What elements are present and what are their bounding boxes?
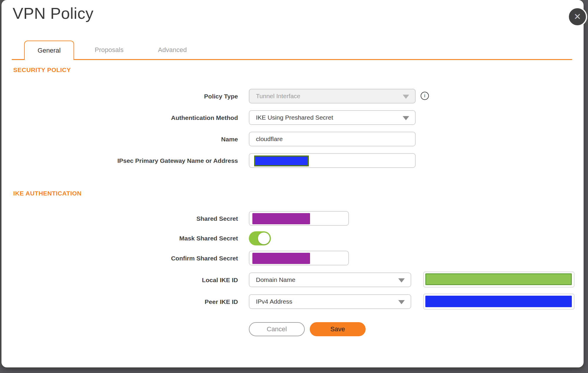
redacted-local-ike-id-value: [425, 273, 572, 285]
mask-shared-secret-label: Mask Shared Secret: [1, 235, 238, 242]
confirm-shared-secret-label: Confirm Shared Secret: [1, 255, 238, 262]
tab-proposals[interactable]: Proposals: [83, 41, 136, 59]
chevron-down-icon: [403, 95, 409, 99]
cancel-button[interactable]: Cancel: [249, 322, 305, 336]
peer-ike-id-value-input[interactable]: [423, 294, 574, 310]
chevron-down-icon: [398, 300, 405, 304]
policy-type-label: Policy Type: [1, 93, 238, 100]
policy-type-select[interactable]: Tunnel Interface: [249, 89, 416, 103]
peer-ike-id-type-value: IPv4 Address: [256, 298, 292, 305]
dialog-title: VPN Policy: [13, 4, 94, 22]
mask-shared-secret-toggle[interactable]: [249, 231, 271, 245]
shared-secret-label: Shared Secret: [1, 215, 238, 222]
vpn-policy-dialog: VPN Policy ✕ General Proposals Advanced …: [1, 0, 584, 367]
authentication-method-label: Authentication Method: [1, 114, 238, 121]
authentication-method-value: IKE Using Preshared Secret: [256, 114, 333, 121]
confirm-shared-secret-input[interactable]: [249, 251, 349, 265]
local-ike-id-type-value: Domain Name: [256, 276, 295, 283]
local-ike-id-value-input[interactable]: [423, 272, 574, 287]
screen-backdrop: VPN Policy ✕ General Proposals Advanced …: [0, 0, 588, 373]
shared-secret-input[interactable]: [249, 211, 349, 226]
name-label: Name: [1, 136, 238, 143]
redacted-peer-ike-id-value: [425, 296, 572, 307]
tab-general[interactable]: General: [24, 41, 74, 60]
tabs-underline: [12, 59, 572, 60]
redacted-confirm-shared-secret: [252, 253, 310, 264]
authentication-method-select[interactable]: IKE Using Preshared Secret: [249, 110, 416, 125]
redacted-shared-secret: [252, 213, 310, 224]
toggle-knob: [258, 233, 270, 244]
gateway-label: IPsec Primary Gateway Name or Address: [1, 157, 238, 164]
gateway-input[interactable]: [249, 153, 416, 168]
section-heading-ike-authentication: IKE AUTHENTICATION: [13, 190, 81, 197]
close-icon: ✕: [574, 12, 581, 21]
local-ike-id-label: Local IKE ID: [1, 276, 238, 284]
close-button[interactable]: ✕: [568, 7, 587, 26]
local-ike-id-type-select[interactable]: Domain Name: [249, 272, 411, 287]
chevron-down-icon: [403, 116, 409, 120]
name-input[interactable]: [249, 132, 416, 146]
peer-ike-id-type-select[interactable]: IPv4 Address: [249, 294, 411, 309]
section-heading-security-policy: SECURITY POLICY: [13, 66, 71, 73]
policy-type-value: Tunnel Interface: [256, 93, 300, 100]
chevron-down-icon: [398, 278, 405, 282]
tab-advanced[interactable]: Advanced: [146, 41, 199, 59]
save-button[interactable]: Save: [310, 322, 366, 336]
redacted-gateway-value: [254, 155, 309, 166]
info-icon[interactable]: i: [421, 92, 429, 100]
peer-ike-id-label: Peer IKE ID: [1, 298, 238, 305]
